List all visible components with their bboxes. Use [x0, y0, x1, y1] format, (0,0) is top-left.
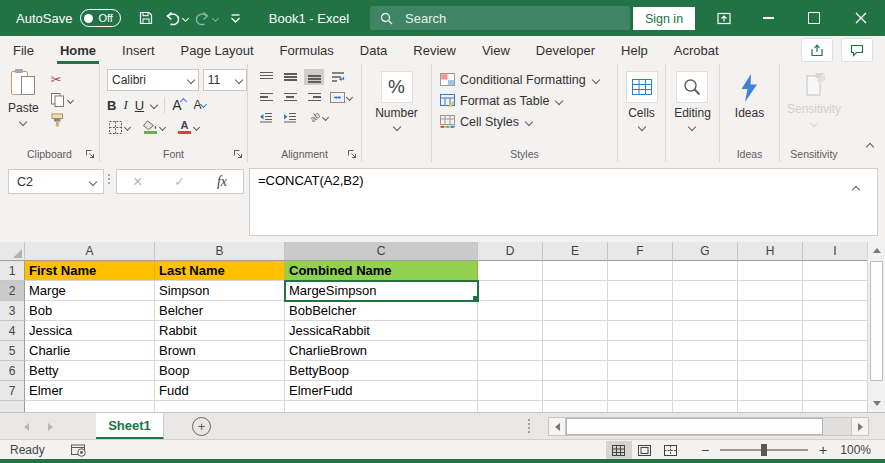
- column-header-h[interactable]: H: [738, 242, 803, 261]
- comments-button[interactable]: [841, 38, 873, 62]
- merge-center-button[interactable]: [328, 89, 354, 105]
- row-header-8[interactable]: [0, 401, 25, 412]
- tab-help[interactable]: Help: [608, 36, 661, 64]
- cell-a6[interactable]: Betty: [25, 361, 155, 381]
- zoom-level[interactable]: 100%: [840, 443, 871, 457]
- cell-b2[interactable]: Simpson: [155, 281, 285, 301]
- cell-f4[interactable]: [608, 321, 673, 341]
- vertical-scroll-thumb[interactable]: [870, 261, 883, 381]
- cell-i8[interactable]: [803, 401, 868, 412]
- column-header-d[interactable]: D: [478, 242, 543, 261]
- cell-g1[interactable]: [673, 261, 738, 281]
- cell-e4[interactable]: [543, 321, 608, 341]
- cell-i4[interactable]: [803, 321, 868, 341]
- conditional-formatting-button[interactable]: Conditional Formatting: [440, 69, 617, 90]
- cell-d7[interactable]: [478, 381, 543, 401]
- view-page-break-button[interactable]: [658, 441, 684, 459]
- zoom-out-button[interactable]: −: [698, 442, 712, 458]
- cell-g7[interactable]: [673, 381, 738, 401]
- name-box[interactable]: C2: [8, 169, 104, 194]
- cell-d8[interactable]: [478, 401, 543, 412]
- cell-c2-selected[interactable]: MargeSimpson: [285, 281, 478, 301]
- cell-f6[interactable]: [608, 361, 673, 381]
- cell-e1[interactable]: [543, 261, 608, 281]
- cell-f8[interactable]: [608, 401, 673, 412]
- cell-b4[interactable]: Rabbit: [155, 321, 285, 341]
- cell-c7[interactable]: ElmerFudd: [285, 381, 478, 401]
- accessibility-checker-button[interactable]: [71, 444, 87, 457]
- cell-e3[interactable]: [543, 301, 608, 321]
- collapse-ribbon-button[interactable]: [867, 136, 873, 154]
- cell-g4[interactable]: [673, 321, 738, 341]
- row-header-4[interactable]: 4: [0, 321, 25, 341]
- format-as-table-button[interactable]: Format as Table: [440, 90, 617, 111]
- cell-a1[interactable]: First Name: [25, 261, 155, 281]
- insert-function-button[interactable]: fx: [217, 174, 227, 190]
- cell-d6[interactable]: [478, 361, 543, 381]
- cell-d4[interactable]: [478, 321, 543, 341]
- zoom-in-button[interactable]: +: [816, 442, 830, 458]
- next-sheet-button[interactable]: [38, 423, 62, 431]
- collapse-formula-bar-button[interactable]: [853, 181, 859, 196]
- orientation-button[interactable]: ab: [304, 109, 334, 125]
- search-box[interactable]: Search: [370, 6, 630, 30]
- cell-f7[interactable]: [608, 381, 673, 401]
- cell-a2[interactable]: Marge: [25, 281, 155, 301]
- clipboard-dialog-launcher[interactable]: [85, 149, 95, 159]
- cell-g3[interactable]: [673, 301, 738, 321]
- cell-i1[interactable]: [803, 261, 868, 281]
- row-header-7[interactable]: 7: [0, 381, 25, 401]
- share-button[interactable]: [801, 38, 833, 62]
- scroll-right-button[interactable]: [851, 417, 869, 436]
- tab-home[interactable]: Home: [47, 36, 109, 64]
- paste-button[interactable]: Paste: [8, 69, 39, 128]
- zoom-slider[interactable]: [720, 449, 808, 451]
- cell-g6[interactable]: [673, 361, 738, 381]
- minimize-button[interactable]: [746, 0, 790, 36]
- italic-button[interactable]: I: [123, 97, 127, 113]
- cell-h3[interactable]: [738, 301, 803, 321]
- cell-b8[interactable]: [155, 401, 285, 412]
- formula-input[interactable]: =CONCAT(A2,B2): [249, 168, 878, 236]
- font-size-combo[interactable]: 11: [203, 69, 247, 91]
- cell-h4[interactable]: [738, 321, 803, 341]
- cell-c1[interactable]: Combined Name: [285, 261, 478, 281]
- tab-page-layout[interactable]: Page Layout: [168, 36, 267, 64]
- view-normal-button[interactable]: [606, 441, 632, 459]
- middle-align-button[interactable]: [280, 69, 300, 85]
- editing-button[interactable]: Editing: [670, 69, 715, 162]
- cell-c8[interactable]: [285, 401, 478, 412]
- column-header-e[interactable]: E: [543, 242, 608, 261]
- cell-d2[interactable]: [478, 281, 543, 301]
- row-header-2[interactable]: 2: [0, 281, 25, 301]
- cell-d1[interactable]: [478, 261, 543, 281]
- align-left-button[interactable]: [256, 89, 276, 105]
- tab-insert[interactable]: Insert: [109, 36, 168, 64]
- cell-f2[interactable]: [608, 281, 673, 301]
- underline-button[interactable]: U: [135, 98, 144, 113]
- tab-data[interactable]: Data: [347, 36, 400, 64]
- autosave-toggle[interactable]: Off: [80, 9, 120, 27]
- align-right-button[interactable]: [304, 89, 324, 105]
- view-page-layout-button[interactable]: [632, 441, 658, 459]
- cell-b5[interactable]: Brown: [155, 341, 285, 361]
- enter-button[interactable]: ✓: [174, 174, 185, 189]
- cell-d5[interactable]: [478, 341, 543, 361]
- previous-sheet-button[interactable]: [14, 423, 38, 431]
- cell-e8[interactable]: [543, 401, 608, 412]
- cell-g2[interactable]: [673, 281, 738, 301]
- maximize-button[interactable]: [792, 0, 836, 36]
- redo-button[interactable]: [193, 5, 219, 31]
- cell-a7[interactable]: Elmer: [25, 381, 155, 401]
- formula-bar-splitter[interactable]: [108, 174, 110, 184]
- cell-e6[interactable]: [543, 361, 608, 381]
- cell-f3[interactable]: [608, 301, 673, 321]
- format-painter-button[interactable]: [49, 112, 75, 128]
- cell-c3[interactable]: BobBelcher: [285, 301, 478, 321]
- cell-f5[interactable]: [608, 341, 673, 361]
- copy-button[interactable]: [49, 92, 75, 108]
- horizontal-scroll-track[interactable]: [566, 417, 851, 436]
- scroll-up-button[interactable]: [868, 242, 885, 259]
- save-button[interactable]: [133, 5, 159, 31]
- undo-button[interactable]: [163, 5, 189, 31]
